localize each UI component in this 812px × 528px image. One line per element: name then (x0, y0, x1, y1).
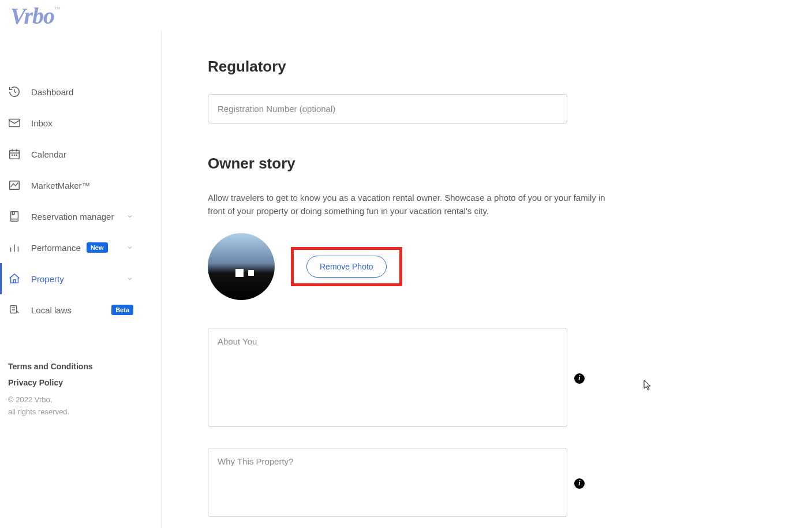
sidebar-item-label: Reservation manager (31, 212, 114, 222)
chevron-down-icon (126, 244, 133, 251)
calendar-icon (8, 148, 21, 160)
svg-point-5 (12, 155, 13, 155)
sidebar-item-label: MarketMaker™ (31, 181, 91, 190)
chart-line-icon (8, 179, 21, 192)
svg-rect-16 (10, 306, 17, 313)
sidebar-item-reservation-manager[interactable]: Reservation manager (0, 201, 161, 232)
regulatory-heading: Regulatory (208, 58, 766, 76)
sidebar-item-label: Property (31, 274, 64, 284)
sidebar-item-inbox[interactable]: Inbox (0, 107, 161, 138)
why-property-textarea[interactable] (208, 448, 567, 517)
sidebar-footer: Terms and Conditions Privacy Policy © 20… (8, 362, 93, 418)
privacy-link[interactable]: Privacy Policy (8, 378, 93, 387)
chevron-down-icon (126, 275, 133, 282)
info-icon[interactable]: i (574, 478, 585, 489)
sidebar-item-marketmaker[interactable]: MarketMaker™ (0, 170, 161, 201)
sidebar-item-label: Inbox (31, 118, 53, 128)
sidebar: Dashboard Inbox Calendar (0, 30, 162, 528)
info-icon[interactable]: i (574, 373, 585, 384)
bar-chart-icon (8, 241, 21, 254)
owner-photo (208, 233, 275, 300)
copyright-line1: © 2022 Vrbo, (8, 394, 93, 406)
brand-tm: ™ (54, 6, 59, 12)
sidebar-item-label: Performance (31, 243, 81, 253)
sidebar-item-dashboard[interactable]: Dashboard (0, 76, 161, 107)
new-badge: New (87, 242, 108, 253)
svg-point-7 (16, 155, 17, 155)
sidebar-item-label: Dashboard (31, 87, 73, 97)
terms-link[interactable]: Terms and Conditions (8, 362, 93, 371)
beta-badge: Beta (111, 305, 133, 315)
owner-story-description: Allow travelers to get to know you as a … (208, 191, 612, 218)
brand-logo[interactable]: Vrbo™ (10, 2, 59, 29)
sidebar-item-local-laws[interactable]: Local laws Beta (0, 294, 161, 325)
clock-history-icon (8, 85, 21, 98)
envelope-icon (8, 117, 21, 129)
home-icon (8, 272, 21, 285)
remove-photo-button[interactable]: Remove Photo (306, 256, 387, 278)
copyright-line2: all rights reserved. (8, 406, 93, 418)
owner-photo-row: Remove Photo (208, 233, 766, 300)
highlight-frame: Remove Photo (291, 247, 402, 286)
sidebar-item-label: Calendar (31, 149, 66, 159)
svg-rect-11 (12, 212, 14, 215)
sidebar-item-property[interactable]: Property (0, 263, 161, 294)
about-you-textarea[interactable] (208, 328, 567, 427)
gavel-icon (8, 304, 21, 316)
svg-rect-0 (9, 119, 20, 127)
sidebar-item-calendar[interactable]: Calendar (0, 138, 161, 170)
brand-name: Vrbo (10, 3, 54, 29)
registration-number-input[interactable] (208, 94, 567, 123)
svg-point-6 (14, 155, 14, 155)
owner-story-heading: Owner story (208, 155, 766, 173)
book-icon (8, 210, 21, 223)
svg-rect-15 (13, 280, 16, 283)
main-content: Regulatory Owner story Allow travelers t… (162, 0, 812, 528)
sidebar-item-performance[interactable]: Performance New (0, 232, 161, 263)
chevron-down-icon (126, 213, 133, 220)
sidebar-item-label: Local laws (31, 305, 72, 315)
